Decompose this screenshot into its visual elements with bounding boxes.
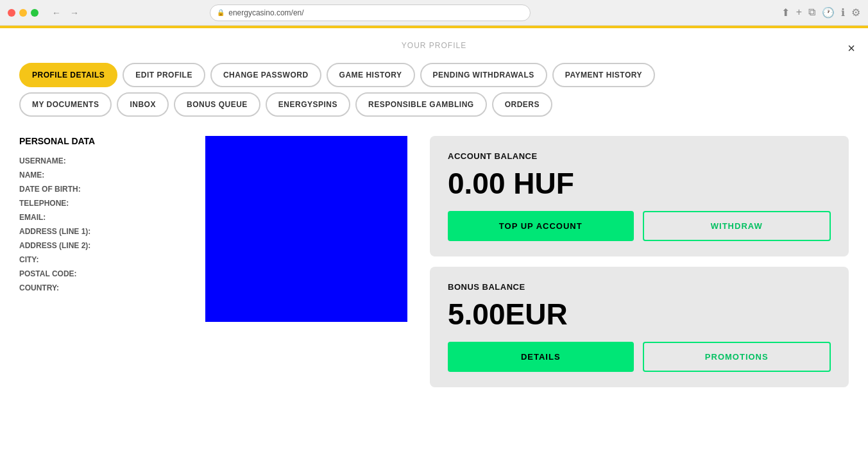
personal-data-section: PERSONAL DATA USERNAME: NAME: DATE OF BI… [19, 136, 186, 387]
maximize-dot[interactable] [31, 9, 38, 17]
avatar-image [205, 136, 407, 322]
share-icon[interactable]: ⬆ [781, 6, 790, 19]
tab-orders[interactable]: ORDERS [492, 92, 552, 117]
tab-edit-profile[interactable]: EDIT PROFILE [123, 63, 205, 87]
field-name: NAME: [19, 171, 186, 180]
field-telephone: TELEPHONE: [19, 199, 186, 208]
bonus-balance-actions: DETAILS PROMOTIONS [448, 342, 831, 372]
field-username: USERNAME: [19, 156, 186, 165]
balance-section: ACCOUNT BALANCE 0.00 HUF TOP UP ACCOUNT … [430, 136, 849, 387]
details-button[interactable]: DETAILS [448, 342, 634, 372]
field-email: EMAIL: [19, 213, 186, 222]
account-balance-title: ACCOUNT BALANCE [448, 151, 831, 161]
account-balance-amount: 0.00 HUF [448, 169, 831, 198]
avatar-box [205, 136, 411, 387]
tab-inbox[interactable]: INBOX [117, 92, 169, 117]
history-icon[interactable]: 🕐 [822, 6, 835, 19]
tab-responsible-gambling[interactable]: RESPONSIBLE GAMBLING [355, 92, 487, 117]
field-dob: DATE OF BIRTH: [19, 185, 186, 194]
bonus-balance-amount: 5.00EUR [448, 299, 831, 329]
tab-profile-details[interactable]: PROFILE DETAILS [19, 63, 117, 87]
tab-bonus-queue[interactable]: BONUS QUEUE [174, 92, 260, 117]
tab-change-password[interactable]: CHANGE PASSWORD [210, 63, 321, 87]
top-up-button[interactable]: TOP UP ACCOUNT [448, 211, 634, 241]
new-tab-icon[interactable]: + [796, 6, 802, 19]
minimize-dot[interactable] [19, 9, 27, 17]
personal-data-title: PERSONAL DATA [19, 136, 186, 146]
tab-game-history[interactable]: GAME HISTORY [327, 63, 415, 87]
tab-payment-history[interactable]: PAYMENT HISTORY [552, 63, 655, 87]
browser-tools: ⬆ + ⧉ 🕐 ℹ ⚙ [781, 6, 860, 19]
lock-icon: 🔒 [217, 9, 225, 16]
account-balance-card: ACCOUNT BALANCE 0.00 HUF TOP UP ACCOUNT … [430, 136, 849, 256]
settings-icon[interactable]: ⚙ [851, 6, 860, 19]
bonus-balance-card: BONUS BALANCE 5.00EUR DETAILS PROMOTIONS [430, 267, 849, 387]
close-button[interactable]: × [847, 41, 855, 56]
tabs-row-1: PROFILE DETAILS EDIT PROFILE CHANGE PASS… [19, 63, 849, 87]
field-city: CITY: [19, 255, 186, 264]
field-country: COUNTRY: [19, 283, 186, 292]
browser-nav: ← → [49, 5, 82, 21]
page-content: YOUR PROFILE × PROFILE DETAILS EDIT PROF… [0, 28, 868, 400]
back-button[interactable]: ← [49, 5, 64, 21]
tab-pending-withdrawals[interactable]: PENDING WITHDRAWALS [420, 63, 547, 87]
field-postal-code: POSTAL CODE: [19, 269, 186, 278]
forward-button[interactable]: → [67, 5, 82, 21]
bonus-balance-title: BONUS BALANCE [448, 282, 831, 292]
promotions-button[interactable]: PROMOTIONS [643, 342, 831, 372]
tab-energyspins[interactable]: ENERGYSPINS [266, 92, 350, 117]
sidebar-icon[interactable]: ⧉ [808, 6, 815, 19]
address-bar[interactable]: 🔒 energycasino.com/en/ [210, 4, 531, 21]
close-dot[interactable] [8, 9, 15, 17]
browser-dots [8, 9, 38, 17]
tab-my-documents[interactable]: MY DOCUMENTS [19, 92, 112, 117]
info-icon[interactable]: ℹ [841, 6, 845, 19]
browser-chrome: ← → 🔒 energycasino.com/en/ ⬆ + ⧉ 🕐 ℹ ⚙ [0, 0, 868, 26]
main-content: PERSONAL DATA USERNAME: NAME: DATE OF BI… [19, 136, 849, 387]
page-title: YOUR PROFILE [19, 41, 849, 50]
tabs-row-2: MY DOCUMENTS INBOX BONUS QUEUE ENERGYSPI… [19, 92, 849, 117]
account-balance-actions: TOP UP ACCOUNT WITHDRAW [448, 211, 831, 241]
field-address2: ADDRESS (LINE 2): [19, 241, 186, 250]
field-address1: ADDRESS (LINE 1): [19, 227, 186, 236]
url-text: energycasino.com/en/ [228, 8, 303, 17]
withdraw-button[interactable]: WITHDRAW [643, 211, 831, 241]
